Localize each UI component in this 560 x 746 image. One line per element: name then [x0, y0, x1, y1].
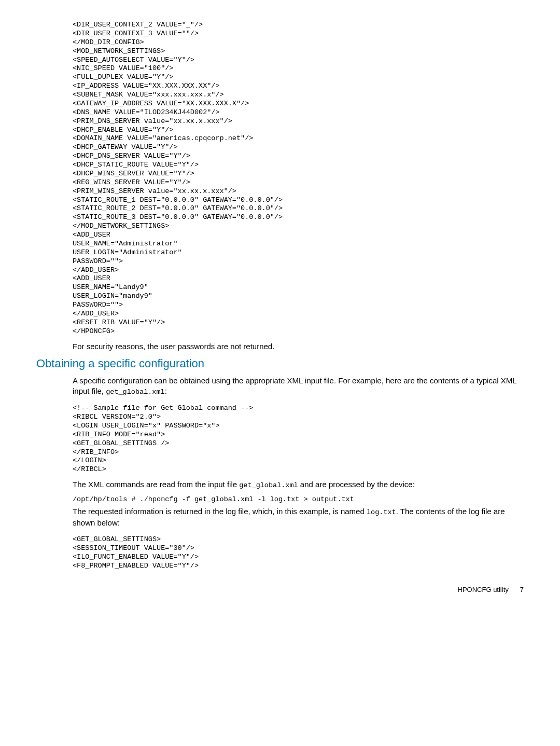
- footer-label: HPONCFG utility: [458, 586, 509, 593]
- xml-read-filename: get_global.xml: [239, 481, 298, 489]
- code-block-log-output: <GET_GLOBAL_SETTINGS> <SESSION_TIMEOUT V…: [73, 535, 524, 571]
- xml-read-b: and are processed by the device:: [298, 480, 415, 489]
- intro-filename: get_global.xml: [106, 388, 164, 396]
- xml-read-note: The XML commands are read from the input…: [73, 479, 524, 490]
- log-note-a: The requested information is returned in…: [73, 507, 367, 516]
- code-block-config: <DIR_USER_CONTEXT_2 VALUE="_"/> <DIR_USE…: [73, 21, 524, 336]
- xml-read-a: The XML commands are read from the input…: [73, 480, 239, 489]
- code-block-sample-xml: <!-- Sample file for Get Global command …: [73, 404, 524, 474]
- log-file-note: The requested information is returned in…: [73, 506, 524, 528]
- section-heading: Obtaining a specific configuration: [36, 357, 524, 370]
- section-intro: A specific configuration can be obtained…: [73, 376, 524, 397]
- page-footer: HPONCFG utility 7: [36, 586, 524, 593]
- log-filename: log.txt: [367, 508, 396, 516]
- footer-page-number: 7: [520, 586, 524, 593]
- command-line: /opt/hp/tools # ./hponcfg -f get_global.…: [73, 495, 524, 503]
- intro-text-b: :: [165, 386, 167, 395]
- password-note: For security reasons, the user passwords…: [73, 341, 524, 352]
